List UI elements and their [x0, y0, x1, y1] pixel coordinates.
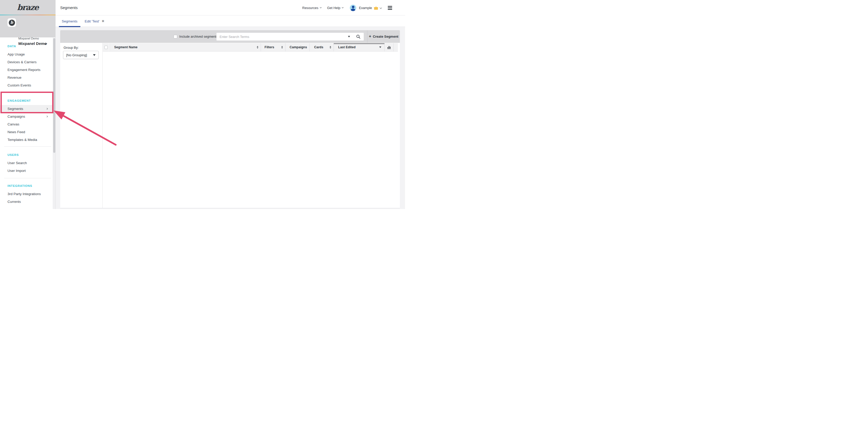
sort-icon[interactable] — [330, 46, 331, 48]
tab-segments[interactable]: Segments — [59, 15, 80, 27]
sidebar-item-campaigns[interactable]: Campaigns — [0, 113, 54, 120]
section-title-engagement: ENGAGEMENT — [0, 97, 56, 104]
sidebar-item-canvas[interactable]: Canvas — [0, 120, 54, 128]
sidebar-item-user-search[interactable]: User Search — [0, 159, 54, 167]
create-segment-button[interactable]: + Create Segment — [367, 30, 400, 43]
sidebar-section-users: USERS User Search User Import — [0, 151, 56, 175]
include-archived-checkbox[interactable] — [174, 35, 177, 38]
workspace-switcher[interactable]: b Mixpanel Demo Mixpanel Demo — [0, 15, 56, 37]
search-input[interactable] — [216, 33, 348, 40]
sort-desc-icon[interactable] — [379, 46, 381, 48]
sidebar-item-3rd-party-integrations[interactable]: 3rd Party Integrations — [0, 190, 54, 198]
section-title-users: USERS — [0, 151, 56, 158]
braze-dashboard: Segments Resources Get Help Example — [0, 0, 405, 209]
avatar-body — [351, 8, 355, 11]
sorted-column-indicator — [334, 43, 384, 44]
crown-icon — [374, 6, 378, 10]
chevron-down-icon[interactable] — [380, 7, 382, 9]
sort-icon[interactable] — [257, 46, 258, 48]
section-title-data: DATA — [0, 43, 56, 49]
include-archived-control: Include archived segments — [174, 30, 218, 43]
sidebar-item-devices-carriers[interactable]: Devices & Carriers — [0, 58, 54, 66]
top-header: Segments Resources Get Help Example — [56, 0, 405, 15]
workspace-icon: b — [7, 18, 16, 27]
column-segment-name[interactable]: Segment Name — [110, 43, 261, 51]
segments-panel: Include archived segments + Create Segme… — [60, 30, 400, 208]
bar-chart-icon — [387, 45, 391, 49]
group-by-value: [No Grouping] — [63, 53, 93, 57]
group-by-dropdown[interactable]: [No Grouping] — [63, 51, 99, 59]
sidebar-item-news-feed[interactable]: News Feed — [0, 128, 54, 136]
segment-search-box — [216, 33, 364, 40]
chevron-right-icon — [46, 108, 48, 110]
tab-edit-test[interactable]: Edit 'Test' ✖ — [82, 15, 107, 27]
chevron-down-icon — [342, 6, 344, 8]
avatar-head — [352, 6, 354, 8]
sort-icon[interactable] — [281, 46, 283, 48]
include-archived-label: Include archived segments — [179, 35, 218, 38]
hamburger-menu-icon[interactable] — [388, 6, 392, 10]
sidebar-item-segments[interactable]: Segments — [0, 105, 54, 113]
header-select-all-cell — [103, 43, 109, 51]
resources-menu[interactable]: Resources — [302, 6, 321, 10]
segments-toolbar: Include archived segments + Create Segme… — [60, 30, 400, 43]
sidebar-item-revenue[interactable]: Revenue — [0, 74, 54, 81]
tab-bar: Segments Edit 'Test' ✖ — [56, 15, 405, 27]
user-name: Example — [359, 6, 372, 10]
sidebar-scrollbar-thumb[interactable] — [53, 38, 55, 153]
group-by-panel: Group By: [No Grouping] — [60, 43, 102, 208]
sidebar-section-engagement: ENGAGEMENT Segments Campaigns Canvas New… — [0, 97, 56, 144]
app-group-name: Mixpanel Demo — [18, 37, 39, 40]
column-filters[interactable]: Filters — [261, 43, 285, 51]
column-last-edited[interactable]: Last Edited — [334, 43, 384, 51]
page-title: Segments — [60, 0, 78, 15]
tab-edit-test-label: Edit 'Test' — [85, 20, 99, 23]
header-actions: Resources Get Help Example — [302, 0, 392, 15]
braze-b-icon: b — [9, 20, 15, 26]
user-avatar[interactable] — [350, 5, 356, 11]
sidebar-item-engagement-reports[interactable]: Engagement Reports — [0, 66, 54, 74]
sidebar-item-user-import[interactable]: User Import — [0, 167, 54, 175]
close-icon[interactable]: ✖ — [102, 20, 104, 23]
sidebar-item-currents[interactable]: Currents — [0, 198, 54, 206]
sidebar-section-data: DATA App Usage Devices & Carriers Engage… — [0, 43, 56, 89]
search-dropdown-caret-icon[interactable] — [348, 36, 350, 37]
get-help-menu[interactable]: Get Help — [327, 6, 343, 10]
sidebar-item-app-usage[interactable]: App Usage — [0, 50, 54, 58]
caret-down-icon — [93, 54, 96, 56]
search-icon[interactable] — [356, 35, 361, 39]
column-analytics[interactable] — [384, 43, 394, 51]
sidebar-divider — [4, 178, 51, 178]
create-segment-label: Create Segment — [373, 35, 398, 38]
resources-label: Resources — [302, 6, 318, 10]
chevron-down-icon — [320, 6, 322, 8]
column-cards[interactable]: Cards — [309, 43, 334, 51]
sidebar-item-templates-media[interactable]: Templates & Media — [0, 136, 54, 144]
header-trailing-cell — [394, 43, 398, 51]
group-by-label: Group By: — [64, 46, 79, 49]
sidebar: braze b Mixpanel Demo Mixpanel Demo DATA… — [0, 0, 56, 209]
section-title-integrations: INTEGRATIONS — [0, 182, 56, 189]
sidebar-section-integrations: INTEGRATIONS 3rd Party Integrations Curr… — [0, 182, 56, 206]
sidebar-item-custom-events[interactable]: Custom Events — [0, 81, 54, 89]
column-campaigns[interactable]: Campaigns — [285, 43, 309, 51]
segments-table-header: Segment Name Filters Campaigns Cards Las… — [103, 43, 398, 51]
get-help-label: Get Help — [327, 6, 340, 10]
tab-segments-label: Segments — [62, 20, 78, 23]
select-all-checkbox[interactable] — [104, 46, 108, 49]
active-tab-underline — [59, 26, 80, 27]
braze-logo[interactable]: braze — [0, 0, 56, 15]
chevron-right-icon — [46, 115, 48, 117]
plus-icon: + — [369, 34, 371, 38]
